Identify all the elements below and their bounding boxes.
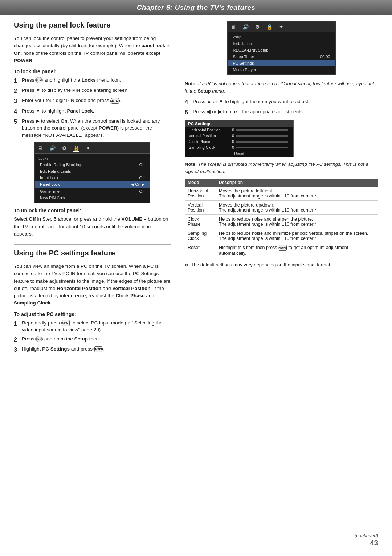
- reset-desc-row: Reset Highlight this item then press ENT…: [185, 243, 378, 258]
- unlock-heading: To unlock the control panel:: [14, 208, 171, 213]
- clock-phase-desc-row: Clock Phase Helps to reduce noise and sh…: [185, 215, 378, 229]
- note2: Note: The screen is disrupted momentaril…: [185, 161, 378, 175]
- page-footer: (continued) 43: [355, 533, 378, 547]
- content-area: Using the panel lock feature You can loc…: [0, 21, 392, 356]
- description-header: Description: [216, 179, 378, 187]
- clock-phase-description: Helps to reduce noise and sharpen the pi…: [216, 215, 378, 229]
- section-divider: [14, 244, 171, 245]
- setup-section-label: Setup: [228, 34, 335, 40]
- installation-row: Installation: [228, 40, 335, 47]
- adjust-heading: To adjust the PC settings:: [14, 311, 171, 317]
- right-step-4: 4 Press ▲ or ▼ to highlight the item you…: [185, 98, 378, 106]
- audio-icon-r: 🔊: [242, 24, 249, 30]
- pc-settings-row: PC Settings: [228, 60, 335, 66]
- pc-settings-title: PC Settings: [185, 120, 293, 127]
- lock-step-4: 4 Press ▼ to highlight Panel Lock.: [14, 107, 171, 116]
- sampling-clock-mode: SamplingClock: [185, 229, 216, 243]
- page-number: 43: [370, 539, 378, 547]
- vert-pos-desc-row: VerticalPosition Moves the picture up/do…: [185, 201, 378, 215]
- mode-header: Mode: [185, 179, 216, 187]
- media-player-row: Media Player: [228, 66, 335, 73]
- adjust-steps-list: 1 Repeatedly press INPUT to select PC in…: [14, 319, 171, 354]
- input-lock-row: Input LockOff: [35, 175, 150, 181]
- tv-icon: 🖥: [38, 145, 43, 152]
- horiz-pos-description: Moves the picture left/right. The adjust…: [216, 187, 378, 201]
- setup-menu-screenshot: 🖥 🔊 ⚙ 🔒 ✦ Setup Installation REGZA-LINK …: [227, 21, 336, 75]
- sampling-clock-description: Helps to reduce noise and minimize perio…: [216, 229, 378, 243]
- pc-settings-screenshot: PC Settings Horizontal Position 0 Vertic…: [185, 120, 294, 157]
- settings2-icon: ⚙: [255, 24, 260, 30]
- lock-icon: 🔒: [73, 145, 79, 152]
- regza-link-row: REGZA-LINK Setup: [228, 47, 335, 53]
- right-steps-list: 4 Press ▲ or ▼ to highlight the item you…: [185, 98, 378, 116]
- section2-title: Using the PC settings feature: [14, 249, 171, 259]
- audio-icon: 🔊: [49, 145, 56, 152]
- lock-step-3: 3 Enter your four-digit PIN code and pre…: [14, 97, 171, 105]
- asterisk-note: ∗ The default settings may vary dependin…: [185, 261, 378, 269]
- locks-menu-body: Locks Enable Rating BlockingOff Edit Rat…: [35, 154, 150, 203]
- section2-intro: You can view an image from a PC on the T…: [14, 263, 171, 307]
- vert-pos-mode: VerticalPosition: [185, 201, 216, 215]
- horiz-pos-desc-row: HorizontalPosition Moves the picture lef…: [185, 187, 378, 201]
- adjust-step-1: 1 Repeatedly press INPUT to select PC in…: [14, 319, 171, 334]
- note1: Note: If a PC is not connected or there …: [185, 80, 378, 94]
- section1-intro: You can lock the control panel to preven…: [14, 35, 171, 64]
- left-column: Using the panel lock feature You can loc…: [14, 21, 181, 356]
- reset-row: Reset: [185, 150, 293, 157]
- vert-pos-description: Moves the picture up/down. The adjustmen…: [216, 201, 378, 215]
- locks-menu-screenshot: 🖥 🔊 ⚙ 🔒 ✦ Locks Enable Rating BlockingOf…: [34, 142, 150, 203]
- continued-label: (continued): [355, 533, 378, 538]
- new-pin-row: New PIN Code: [35, 195, 150, 201]
- horiz-pos-row: Horizontal Position 0: [185, 127, 293, 133]
- gametimer-row: GameTimerOff: [35, 188, 150, 195]
- reset-mode: Reset: [185, 243, 216, 258]
- setup-menu-body: Setup Installation REGZA-LINK Setup Slee…: [228, 32, 335, 74]
- asterisk-text: The default settings may vary depending …: [191, 261, 331, 269]
- lock-step-2: 2 Press ▼ to display the PIN code enteri…: [14, 87, 171, 95]
- panel-lock-row: Panel Lock ◀ On ▶: [35, 181, 150, 188]
- lock-step-1: 1 Press MENU and highlight the Locks men…: [14, 77, 171, 85]
- adjust-step-2: 2 Press MENU and open the Setup menu.: [14, 335, 171, 344]
- horiz-pos-mode: HorizontalPosition: [185, 187, 216, 201]
- lock2-icon: 🔒: [266, 24, 273, 30]
- asterisk-symbol: ∗: [185, 261, 189, 269]
- description-table: Mode Description HorizontalPosition Move…: [185, 179, 378, 258]
- sampling-clock-desc-row: SamplingClock Helps to reduce noise and …: [185, 229, 378, 243]
- reset-description: Highlight this item then press ENTER to …: [216, 243, 378, 258]
- lock-steps-list: 1 Press MENU and highlight the Locks men…: [14, 77, 171, 139]
- chapter-title: Chapter 6: Using the TV's features: [0, 4, 392, 12]
- lock-step-5: 5 Press ▶ to select On. When the control…: [14, 118, 171, 139]
- sleep-timer-row: Sleep Timer00:00: [228, 53, 335, 60]
- locks-section-label: Locks: [35, 155, 150, 162]
- clock-phase-row: Clock Phase 0: [185, 139, 293, 144]
- adjust-step-3: 3 Highlight PC Settings and press ENTER.: [14, 346, 171, 354]
- clock-phase-mode: Clock Phase: [185, 215, 216, 229]
- settings-icon: ⚙: [62, 145, 67, 152]
- sampling-clock-row: Sampling Clock 0: [185, 144, 293, 150]
- edit-rating-row: Edit Rating Limits: [35, 168, 150, 175]
- right-step-5: 5 Press ◀ or ▶ to make the appropriate a…: [185, 108, 378, 116]
- section1-title: Using the panel lock feature: [14, 21, 171, 31]
- tv-icon-r: 🖥: [231, 24, 236, 30]
- page-header: Chapter 6: Using the TV's features: [0, 0, 392, 15]
- right-column: 🖥 🔊 ⚙ 🔒 ✦ Setup Installation REGZA-LINK …: [181, 21, 378, 356]
- enable-rating-row: Enable Rating BlockingOff: [35, 162, 150, 168]
- lock-heading: To lock the panel:: [14, 69, 171, 74]
- gear-icon: ✦: [86, 145, 90, 152]
- vert-pos-row: Vertical Position 0: [185, 133, 293, 139]
- gear2-icon: ✦: [279, 24, 283, 30]
- unlock-text: Select Off in Step 5 above, or press and…: [14, 216, 171, 238]
